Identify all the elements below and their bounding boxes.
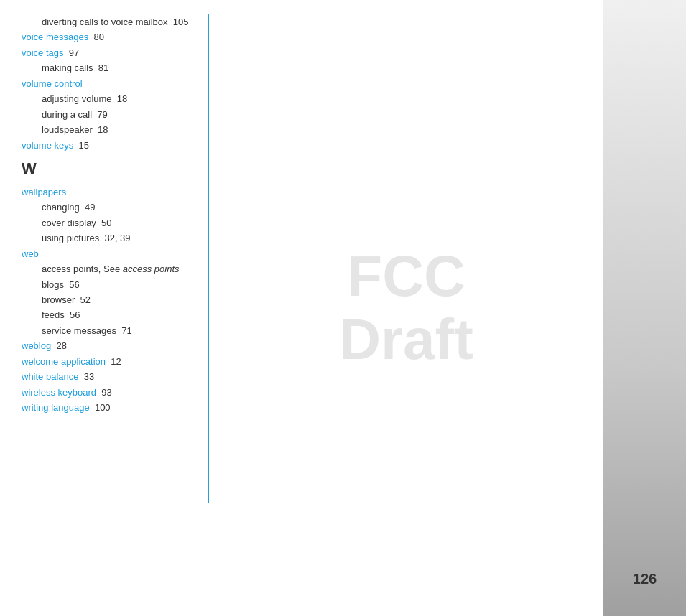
entry-voice-tags[interactable]: voice tags 97 (22, 45, 201, 60)
entry-volume-keys[interactable]: volume keys 15 (22, 138, 201, 153)
entry-using-pictures: using pictures 32, 39 (22, 230, 201, 246)
page-container: diverting calls to voice mailbox 105 voi… (0, 0, 686, 616)
section-w: W (22, 153, 201, 185)
entry-access-points: access points, See access points (22, 261, 201, 276)
main-content: diverting calls to voice mailbox 105 voi… (0, 0, 603, 616)
entry-during-a-call: during a call 79 (22, 107, 201, 122)
page-number: 126 (633, 571, 657, 587)
entry-loudspeaker: loudspeaker 18 (22, 122, 201, 137)
entry-diverting-calls: diverting calls to voice mailbox 105 (22, 14, 201, 29)
entry-wireless-keyboard[interactable]: wireless keyboard 93 (22, 385, 201, 400)
entry-welcome-application[interactable]: welcome application 12 (22, 354, 201, 369)
entry-voice-messages[interactable]: voice messages 80 (22, 29, 201, 45)
entry-service-messages: service messages 71 (22, 323, 201, 338)
entry-browser: browser 52 (22, 292, 201, 307)
entry-blogs: blogs 56 (22, 277, 201, 292)
right-sidebar: 126 (603, 0, 686, 616)
fcc-draft-watermark: FCC Draft (339, 245, 473, 371)
index-column: diverting calls to voice mailbox 105 voi… (0, 0, 208, 616)
entry-wallpapers[interactable]: wallpapers (22, 185, 201, 200)
entry-web[interactable]: web (22, 246, 201, 261)
entry-volume-control[interactable]: volume control (22, 76, 201, 91)
entry-writing-language[interactable]: writing language 100 (22, 400, 201, 415)
entry-feeds: feeds 56 (22, 307, 201, 322)
entry-making-calls: making calls 81 (22, 60, 201, 75)
watermark-area: FCC Draft (209, 0, 603, 616)
entry-weblog[interactable]: weblog 28 (22, 338, 201, 353)
entry-adjusting-volume: adjusting volume 18 (22, 91, 201, 106)
entry-white-balance[interactable]: white balance 33 (22, 369, 201, 384)
entry-cover-display: cover display 50 (22, 215, 201, 230)
entry-changing: changing 49 (22, 200, 201, 215)
